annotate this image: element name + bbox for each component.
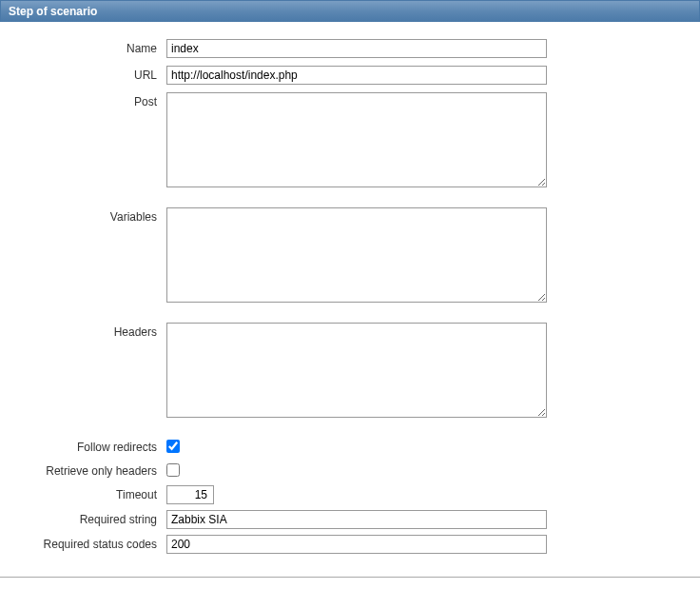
form-row-timeout: Timeout	[10, 485, 690, 504]
required-status-codes-input[interactable]	[166, 535, 547, 554]
variables-textarea[interactable]	[166, 207, 547, 303]
form-row-post: Post	[10, 92, 690, 190]
post-label: Post	[10, 92, 166, 108]
form-row-variables: Variables	[10, 207, 690, 305]
timeout-label: Timeout	[10, 485, 166, 501]
name-label: Name	[10, 39, 166, 55]
form-row-headers: Headers	[10, 323, 690, 421]
variables-label: Variables	[10, 207, 166, 224]
panel-body: Name URL Post Variables Headers	[0, 22, 700, 578]
retrieve-only-headers-checkbox[interactable]	[166, 463, 180, 477]
form-row-follow-redirects: Follow redirects	[10, 438, 690, 456]
required-string-label: Required string	[10, 510, 166, 526]
follow-redirects-checkbox[interactable]	[166, 440, 180, 453]
form-row-required-status-codes: Required status codes	[10, 535, 690, 554]
scenario-step-panel: Step of scenario Name URL Post Variables	[0, 0, 700, 578]
post-textarea[interactable]	[166, 92, 547, 187]
form-row-name: Name	[10, 39, 690, 58]
url-input[interactable]	[166, 66, 547, 85]
timeout-input[interactable]	[166, 485, 214, 504]
headers-textarea[interactable]	[166, 323, 547, 418]
required-string-input[interactable]	[166, 510, 547, 529]
url-label: URL	[10, 66, 166, 82]
form-row-required-string: Required string	[10, 510, 690, 529]
required-status-codes-label: Required status codes	[10, 535, 166, 551]
panel-title: Step of scenario	[9, 5, 97, 18]
follow-redirects-label: Follow redirects	[10, 438, 166, 454]
form-row-retrieve-only-headers: Retrieve only headers	[10, 461, 690, 480]
name-input[interactable]	[166, 39, 547, 58]
panel-header: Step of scenario	[0, 0, 700, 22]
retrieve-only-headers-label: Retrieve only headers	[10, 461, 166, 478]
form-row-url: URL	[10, 66, 690, 85]
headers-label: Headers	[10, 323, 166, 339]
